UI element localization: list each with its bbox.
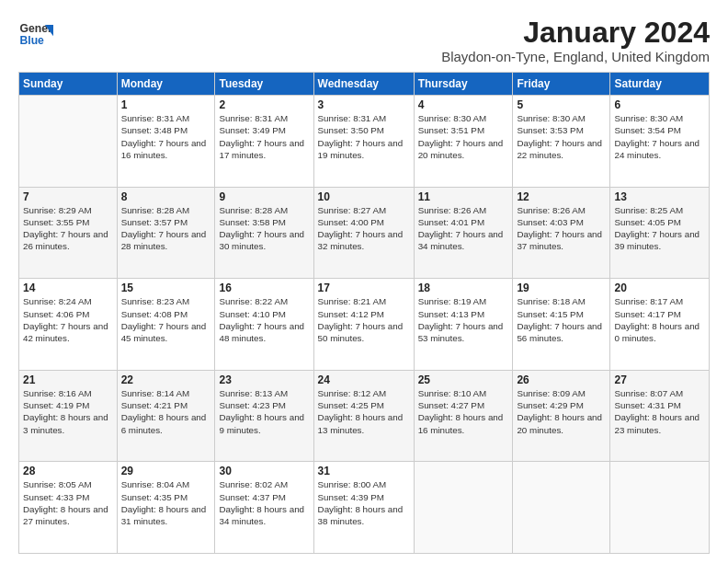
calendar-cell: 6Sunrise: 8:30 AMSunset: 3:54 PMDaylight… bbox=[610, 96, 710, 188]
day-info: Sunrise: 8:31 AMSunset: 3:48 PMDaylight:… bbox=[121, 112, 211, 161]
day-number: 22 bbox=[121, 373, 211, 386]
day-number: 16 bbox=[219, 282, 309, 294]
day-number: 30 bbox=[219, 465, 309, 477]
calendar-cell: 9Sunrise: 8:28 AMSunset: 3:58 PMDaylight… bbox=[215, 187, 313, 279]
calendar-cell: 21Sunrise: 8:16 AMSunset: 4:19 PMDayligh… bbox=[19, 370, 118, 462]
calendar-cell: 26Sunrise: 8:09 AMSunset: 4:29 PMDayligh… bbox=[513, 370, 610, 462]
day-info: Sunrise: 8:21 AMSunset: 4:12 PMDaylight:… bbox=[318, 295, 410, 344]
calendar-cell: 29Sunrise: 8:04 AMSunset: 4:35 PMDayligh… bbox=[117, 462, 215, 554]
day-info: Sunrise: 8:09 AMSunset: 4:29 PMDaylight:… bbox=[517, 387, 606, 436]
day-number: 3 bbox=[318, 98, 410, 111]
day-info: Sunrise: 8:12 AMSunset: 4:25 PMDaylight:… bbox=[318, 387, 410, 436]
day-number: 29 bbox=[121, 465, 211, 477]
calendar-cell: 30Sunrise: 8:02 AMSunset: 4:37 PMDayligh… bbox=[215, 462, 313, 554]
day-number: 31 bbox=[318, 465, 410, 477]
calendar-cell bbox=[414, 462, 513, 554]
calendar-cell: 3Sunrise: 8:31 AMSunset: 3:50 PMDaylight… bbox=[313, 96, 414, 188]
logo-icon: General Blue bbox=[18, 17, 53, 52]
calendar-table: SundayMondayTuesdayWednesdayThursdayFrid… bbox=[18, 72, 710, 554]
day-info: Sunrise: 8:16 AMSunset: 4:19 PMDaylight:… bbox=[23, 387, 113, 436]
day-header-tuesday: Tuesday bbox=[215, 73, 313, 96]
calendar-cell: 20Sunrise: 8:17 AMSunset: 4:17 PMDayligh… bbox=[610, 279, 710, 371]
day-number: 1 bbox=[121, 98, 211, 111]
day-number: 23 bbox=[219, 373, 309, 386]
calendar-cell: 25Sunrise: 8:10 AMSunset: 4:27 PMDayligh… bbox=[414, 370, 513, 462]
day-info: Sunrise: 8:17 AMSunset: 4:17 PMDaylight:… bbox=[614, 295, 705, 344]
day-info: Sunrise: 8:29 AMSunset: 3:55 PMDaylight:… bbox=[23, 204, 113, 253]
calendar-week-row: 14Sunrise: 8:24 AMSunset: 4:06 PMDayligh… bbox=[19, 279, 710, 371]
day-info: Sunrise: 8:22 AMSunset: 4:10 PMDaylight:… bbox=[219, 295, 309, 344]
day-info: Sunrise: 8:28 AMSunset: 3:57 PMDaylight:… bbox=[121, 204, 211, 253]
calendar-cell: 2Sunrise: 8:31 AMSunset: 3:49 PMDaylight… bbox=[215, 96, 313, 188]
calendar-week-row: 28Sunrise: 8:05 AMSunset: 4:33 PMDayligh… bbox=[19, 462, 710, 554]
calendar-cell: 5Sunrise: 8:30 AMSunset: 3:53 PMDaylight… bbox=[513, 96, 610, 188]
calendar-cell: 23Sunrise: 8:13 AMSunset: 4:23 PMDayligh… bbox=[215, 370, 313, 462]
day-info: Sunrise: 8:31 AMSunset: 3:49 PMDaylight:… bbox=[219, 112, 309, 161]
calendar-cell: 16Sunrise: 8:22 AMSunset: 4:10 PMDayligh… bbox=[215, 279, 313, 371]
day-info: Sunrise: 8:31 AMSunset: 3:50 PMDaylight:… bbox=[318, 112, 410, 161]
day-number: 18 bbox=[418, 282, 509, 294]
calendar-cell: 18Sunrise: 8:19 AMSunset: 4:13 PMDayligh… bbox=[414, 279, 513, 371]
calendar-cell bbox=[513, 462, 610, 554]
calendar-week-row: 1Sunrise: 8:31 AMSunset: 3:48 PMDaylight… bbox=[19, 96, 710, 188]
day-info: Sunrise: 8:18 AMSunset: 4:15 PMDaylight:… bbox=[517, 295, 606, 344]
day-number: 9 bbox=[219, 190, 309, 203]
calendar-week-row: 7Sunrise: 8:29 AMSunset: 3:55 PMDaylight… bbox=[19, 187, 710, 279]
day-info: Sunrise: 8:30 AMSunset: 3:54 PMDaylight:… bbox=[614, 112, 705, 161]
day-header-friday: Friday bbox=[513, 73, 610, 96]
calendar-cell: 4Sunrise: 8:30 AMSunset: 3:51 PMDaylight… bbox=[414, 96, 513, 188]
day-info: Sunrise: 8:04 AMSunset: 4:35 PMDaylight:… bbox=[121, 478, 211, 527]
day-number: 13 bbox=[614, 190, 705, 203]
day-number: 27 bbox=[614, 373, 705, 386]
day-info: Sunrise: 8:23 AMSunset: 4:08 PMDaylight:… bbox=[121, 295, 211, 344]
day-number: 10 bbox=[318, 190, 410, 203]
title-section: January 2024 Blaydon-on-Tyne, England, U… bbox=[441, 17, 710, 64]
day-number: 20 bbox=[614, 282, 705, 294]
calendar-header-row: SundayMondayTuesdayWednesdayThursdayFrid… bbox=[19, 73, 710, 96]
calendar-cell: 11Sunrise: 8:26 AMSunset: 4:01 PMDayligh… bbox=[414, 187, 513, 279]
day-number: 17 bbox=[318, 282, 410, 294]
calendar-cell: 13Sunrise: 8:25 AMSunset: 4:05 PMDayligh… bbox=[610, 187, 710, 279]
day-info: Sunrise: 8:30 AMSunset: 3:51 PMDaylight:… bbox=[418, 112, 509, 161]
day-number: 25 bbox=[418, 373, 509, 386]
calendar-cell: 28Sunrise: 8:05 AMSunset: 4:33 PMDayligh… bbox=[19, 462, 118, 554]
day-number: 15 bbox=[121, 282, 211, 294]
day-number: 8 bbox=[121, 190, 211, 203]
day-number: 11 bbox=[418, 190, 509, 203]
calendar-cell: 27Sunrise: 8:07 AMSunset: 4:31 PMDayligh… bbox=[610, 370, 710, 462]
day-info: Sunrise: 8:28 AMSunset: 3:58 PMDaylight:… bbox=[219, 204, 309, 253]
location-title: Blaydon-on-Tyne, England, United Kingdom bbox=[441, 49, 710, 64]
day-info: Sunrise: 8:19 AMSunset: 4:13 PMDaylight:… bbox=[418, 295, 509, 344]
day-number: 2 bbox=[219, 98, 309, 111]
day-header-thursday: Thursday bbox=[414, 73, 513, 96]
calendar-week-row: 21Sunrise: 8:16 AMSunset: 4:19 PMDayligh… bbox=[19, 370, 710, 462]
calendar-cell: 12Sunrise: 8:26 AMSunset: 4:03 PMDayligh… bbox=[513, 187, 610, 279]
calendar-cell: 7Sunrise: 8:29 AMSunset: 3:55 PMDaylight… bbox=[19, 187, 118, 279]
day-number: 12 bbox=[517, 190, 606, 203]
svg-text:Blue: Blue bbox=[20, 34, 45, 47]
day-info: Sunrise: 8:24 AMSunset: 4:06 PMDaylight:… bbox=[23, 295, 113, 344]
day-header-wednesday: Wednesday bbox=[313, 73, 414, 96]
day-number: 4 bbox=[418, 98, 509, 111]
calendar-cell: 22Sunrise: 8:14 AMSunset: 4:21 PMDayligh… bbox=[117, 370, 215, 462]
calendar-cell bbox=[610, 462, 710, 554]
calendar-cell: 17Sunrise: 8:21 AMSunset: 4:12 PMDayligh… bbox=[313, 279, 414, 371]
day-info: Sunrise: 8:02 AMSunset: 4:37 PMDaylight:… bbox=[219, 478, 309, 527]
day-info: Sunrise: 8:26 AMSunset: 4:03 PMDaylight:… bbox=[517, 204, 606, 253]
day-header-monday: Monday bbox=[117, 73, 215, 96]
day-info: Sunrise: 8:26 AMSunset: 4:01 PMDaylight:… bbox=[418, 204, 509, 253]
day-number: 14 bbox=[23, 282, 113, 294]
logo: General Blue bbox=[18, 17, 57, 52]
day-info: Sunrise: 8:30 AMSunset: 3:53 PMDaylight:… bbox=[517, 112, 606, 161]
calendar-cell: 10Sunrise: 8:27 AMSunset: 4:00 PMDayligh… bbox=[313, 187, 414, 279]
calendar-cell: 1Sunrise: 8:31 AMSunset: 3:48 PMDaylight… bbox=[117, 96, 215, 188]
day-info: Sunrise: 8:25 AMSunset: 4:05 PMDaylight:… bbox=[614, 204, 705, 253]
calendar-cell bbox=[19, 96, 118, 188]
calendar-cell: 31Sunrise: 8:00 AMSunset: 4:39 PMDayligh… bbox=[313, 462, 414, 554]
calendar-cell: 15Sunrise: 8:23 AMSunset: 4:08 PMDayligh… bbox=[117, 279, 215, 371]
day-header-sunday: Sunday bbox=[19, 73, 118, 96]
page: General Blue January 2024 Blaydon-on-Tyn… bbox=[0, 0, 728, 563]
day-number: 24 bbox=[318, 373, 410, 386]
day-number: 21 bbox=[23, 373, 113, 386]
calendar-cell: 14Sunrise: 8:24 AMSunset: 4:06 PMDayligh… bbox=[19, 279, 118, 371]
